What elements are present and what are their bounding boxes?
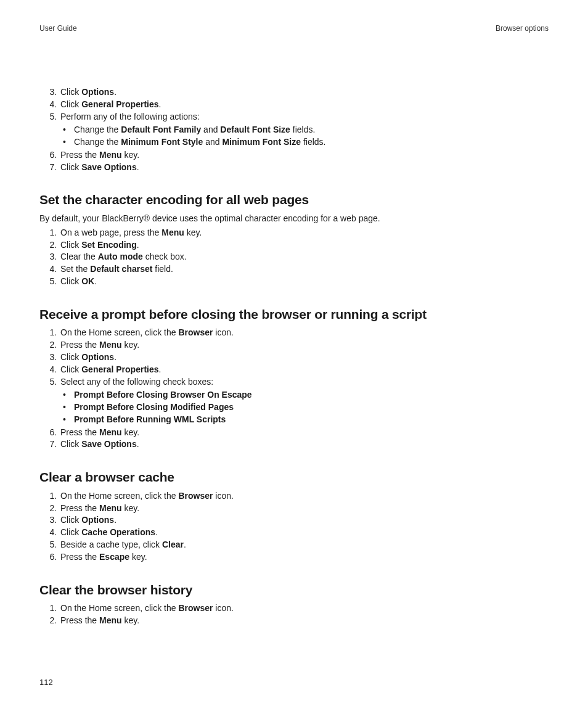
sub-bullet: Prompt Before Running WML Scripts: [74, 414, 549, 425]
step: Beside a cache type, click Clear.: [59, 539, 549, 551]
step: On a web page, press the Menu key.: [59, 227, 549, 239]
sub-bullets: Change the Default Font Family and Defau…: [60, 124, 549, 148]
sub-bullet: Change the Default Font Family and Defau…: [74, 124, 549, 136]
heading-set-encoding: Set the character encoding for all web p…: [39, 191, 549, 208]
heading-clear-history: Clear the browser history: [39, 581, 549, 599]
step: Press the Escape key.: [59, 551, 549, 563]
step: Press the Menu key.: [59, 427, 549, 438]
step: On the Home screen, click the Browser ic…: [59, 490, 549, 502]
step: Set the Default charset field.: [59, 263, 549, 275]
header-right: Browser options: [496, 23, 549, 33]
heading-clear-cache: Clear a browser cache: [39, 469, 549, 486]
steps-list-0: Click Options. Click General Properties.…: [39, 86, 549, 173]
sub-bullets: Prompt Before Closing Browser On Escape …: [60, 389, 549, 425]
step-3: Click Options.: [59, 86, 549, 98]
step: Click Save Options.: [59, 438, 549, 450]
step: Press the Menu key.: [59, 615, 549, 626]
header-left: User Guide: [39, 23, 77, 33]
page-number: 112: [39, 677, 549, 688]
sub-bullet: Change the Minimum Font Style and Minimu…: [74, 136, 549, 148]
intro-paragraph: By default, your BlackBerry® device uses…: [39, 213, 549, 224]
step-4: Click General Properties.: [59, 99, 549, 110]
step: Select any of the following check boxes:…: [59, 376, 549, 425]
step: Click Cache Operations.: [59, 527, 549, 538]
sub-bullet: Prompt Before Closing Browser On Escape: [74, 389, 549, 401]
step: On the Home screen, click the Browser ic…: [59, 602, 549, 614]
page-header: User Guide Browser options: [39, 23, 549, 33]
step: Press the Menu key.: [59, 339, 549, 351]
step-5: Perform any of the following actions: Ch…: [59, 111, 549, 148]
step: Click General Properties.: [59, 364, 549, 376]
steps-list-2: On the Home screen, click the Browser ic…: [39, 327, 549, 450]
step: On the Home screen, click the Browser ic…: [59, 327, 549, 339]
step: Click Options.: [59, 514, 549, 526]
sub-bullet: Prompt Before Closing Modified Pages: [74, 401, 549, 413]
step: Click Options.: [59, 351, 549, 363]
step: Clear the Auto mode check box.: [59, 251, 549, 263]
step-7: Click Save Options.: [59, 162, 549, 173]
step: Click OK.: [59, 276, 549, 287]
step: Press the Menu key.: [59, 503, 549, 514]
step-6: Press the Menu key.: [59, 149, 549, 161]
steps-list-1: On a web page, press the Menu key. Click…: [39, 227, 549, 287]
heading-receive-prompt: Receive a prompt before closing the brow…: [39, 306, 549, 323]
steps-list-3: On the Home screen, click the Browser ic…: [39, 490, 549, 563]
steps-list-4: On the Home screen, click the Browser ic…: [39, 602, 549, 626]
step: Click Set Encoding.: [59, 239, 549, 251]
